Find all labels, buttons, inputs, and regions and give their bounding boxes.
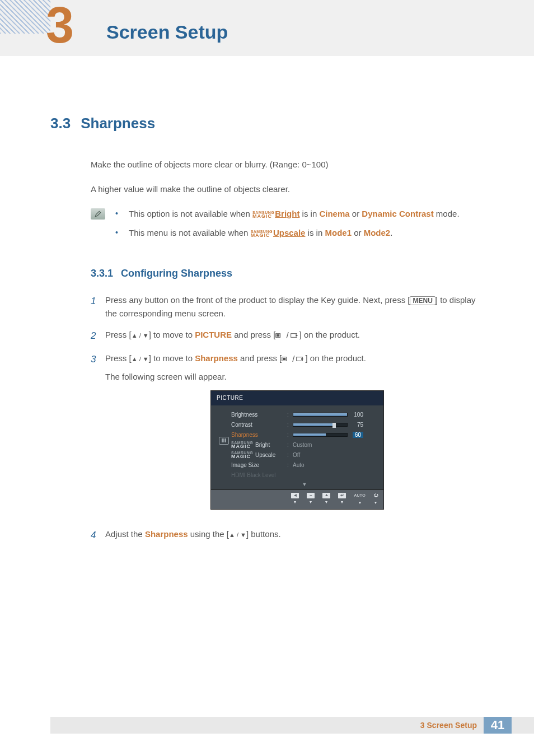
osd-screenshot: PICTURE Brightness : 100 [210, 390, 384, 510]
t: and press [ [232, 330, 275, 339]
osd-row-upscale: SAMSUNGMAGIC Upscale : Off [231, 450, 378, 460]
header-hatch [0, 0, 50, 34]
osd-footer: ◄▾ −▾ +▾ ↵▾ AUTO▾ ⏻▾ [211, 489, 383, 510]
v: Off [293, 451, 378, 460]
t: using the [ [188, 529, 229, 539]
l: Brightness [231, 410, 287, 419]
magic-label: SAMSUNGMAGIC [252, 212, 274, 218]
page-number: 41 [484, 717, 512, 734]
osd-power-icon: ⏻▾ [373, 492, 378, 507]
t: Press any button on the front of the pro… [105, 295, 410, 305]
magic-bot: MAGIC [251, 234, 273, 237]
footer-text: 3 Screen Setup [420, 721, 484, 730]
note-icon [91, 208, 105, 220]
page-header: 3 Screen Setup [0, 0, 534, 67]
l: Image Size [231, 461, 287, 470]
subsection-title: Configuring Sharpness [121, 268, 232, 279]
step-body: Press [] to move to Sharpness and press … [105, 352, 489, 520]
osd-row-brightness: Brightness : 100 [231, 410, 378, 420]
t: ] buttons. [246, 529, 281, 539]
sharpness-label: Sharpness [145, 529, 188, 539]
t: . [390, 228, 392, 237]
l: SAMSUNGMAGIC Upscale [231, 451, 287, 460]
hv: 60 [353, 432, 363, 438]
step-body: Press [] to move to PICTURE and press [/… [105, 328, 489, 343]
t: or [350, 209, 362, 218]
t: ] to move to [149, 330, 195, 339]
osd-plus-icon: +▾ [322, 493, 330, 506]
mb: MAGIC [231, 445, 253, 448]
t: Press [ [105, 353, 132, 363]
section-heading: 3.3Sharpness [50, 112, 489, 136]
link-bright[interactable]: Bright [275, 209, 299, 218]
n: 100 [348, 410, 363, 419]
osd-body: Brightness : 100 Contrast : 75 [211, 405, 383, 489]
mode-2: Mode2 [364, 228, 391, 237]
c: : [287, 421, 293, 430]
l: SAMSUNGMAGIC Bright [231, 441, 287, 450]
v: 100 [293, 410, 378, 419]
osd-sidebar [217, 410, 231, 487]
step-num: 4 [91, 528, 105, 543]
t: ] to move to [149, 353, 195, 363]
c: : [287, 461, 293, 470]
ul: Upscale [255, 452, 275, 458]
step-2: 2 Press [] to move to PICTURE and press … [91, 328, 489, 343]
picture-label: PICTURE [195, 330, 232, 339]
t: is in [299, 209, 319, 218]
select-enter-icon: / [282, 352, 305, 366]
note-item-2: This menu is not available when SAMSUNGM… [115, 226, 489, 240]
bl: Bright [255, 442, 270, 448]
note-item-1: This option is not available when SAMSUN… [115, 207, 489, 221]
t: mode. [434, 209, 460, 218]
content: 3.3Sharpness Make the outline of objects… [0, 67, 534, 543]
l: Contrast [231, 421, 287, 430]
osd-scroll-down-icon: ▼ [231, 480, 378, 487]
osd-enter-icon: ↵▾ [338, 493, 346, 506]
chapter-title: Screen Setup [106, 21, 228, 43]
select-enter-icon: / [275, 329, 299, 342]
svg-rect-4 [283, 358, 285, 360]
step-body: Adjust the Sharpness using the [] button… [105, 528, 489, 543]
sharpness-label: Sharpness [195, 353, 238, 363]
t: or [352, 228, 364, 237]
section-number: 3.3 [50, 115, 71, 132]
t: Press [ [105, 330, 132, 339]
step-num: 3 [91, 352, 105, 520]
section-title: Sharpness [81, 115, 155, 132]
c: : [287, 431, 293, 440]
t: Adjust the [105, 529, 145, 539]
osd-rows: Brightness : 100 Contrast : 75 [231, 410, 378, 487]
magic-bot: MAGIC [252, 214, 274, 218]
step-body: Press any button on the front of the pro… [105, 293, 489, 320]
c: : [287, 441, 293, 450]
step-4: 4 Adjust the Sharpness using the [] butt… [91, 528, 489, 543]
osd-title: PICTURE [211, 391, 383, 405]
n: 60 [348, 431, 363, 440]
picture-icon [219, 437, 229, 445]
t: This menu is not available when [129, 228, 251, 237]
v: Auto [293, 461, 378, 470]
osd-row-contrast: Contrast : 75 [231, 420, 378, 430]
c: : [287, 451, 293, 460]
mode-cinema: Cinema [319, 209, 349, 218]
t: is in [305, 228, 325, 237]
v: Custom [293, 441, 378, 450]
page-footer: 3 Screen Setup 41 [50, 717, 534, 734]
n: 75 [348, 421, 363, 430]
intro-1: Make the outline of objects more clear o… [91, 158, 489, 171]
t: ] on the product. [299, 330, 360, 339]
svg-rect-1 [277, 334, 279, 337]
mode-1: Mode1 [325, 228, 352, 237]
link-upscale[interactable]: Upscale [273, 228, 306, 237]
osd-row-hdmi: HDMI Black Level [231, 470, 378, 480]
l: HDMI Black Level [231, 471, 287, 480]
osd-minus-icon: −▾ [307, 493, 315, 506]
subsection-number: 3.3.1 [91, 268, 113, 279]
magic-label: SAMSUNGMAGIC [251, 231, 273, 237]
t: ] on the product. [305, 353, 366, 363]
up-down-icon [229, 529, 246, 539]
l: Sharpness [231, 431, 287, 440]
header-bg [0, 0, 534, 56]
t: This option is not available when [129, 209, 252, 218]
